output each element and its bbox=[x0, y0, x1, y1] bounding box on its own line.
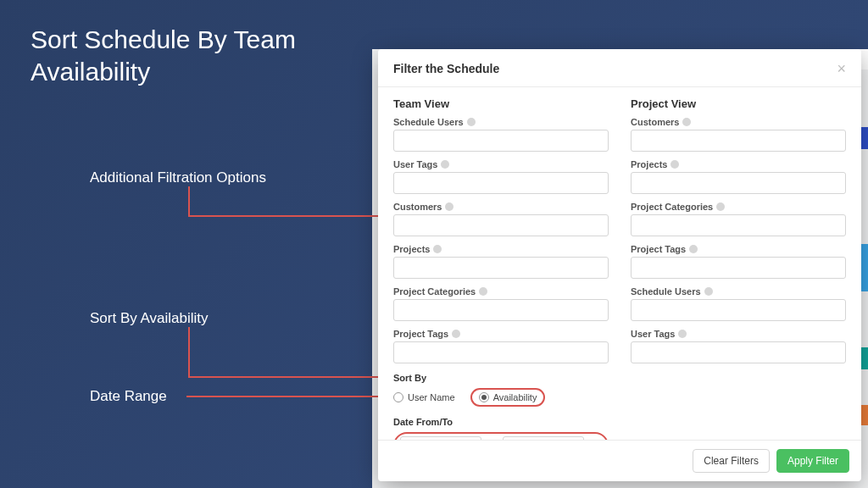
sort-by-label: Sort By bbox=[393, 373, 609, 383]
label-pv-user-tags: User Tags bbox=[631, 329, 675, 339]
project-categories-input[interactable] bbox=[393, 299, 609, 321]
annotation-circle-availability: Availability bbox=[470, 388, 546, 407]
schedule-users-input[interactable] bbox=[393, 130, 609, 152]
callout-date-range: Date Range bbox=[90, 388, 167, 405]
customers-input[interactable] bbox=[393, 214, 609, 236]
pv-schedule-users-input[interactable] bbox=[631, 299, 846, 321]
label-customers: Customers bbox=[393, 202, 442, 212]
label-pv-schedule-users: Schedule Users bbox=[631, 286, 701, 297]
pv-projects-input[interactable] bbox=[631, 172, 846, 194]
label-project-categories: Project Categories bbox=[393, 286, 476, 297]
annotation-line bbox=[186, 396, 392, 397]
callout-additional-filtration: Additional Filtration Options bbox=[90, 169, 266, 186]
team-view-column: Team View Schedule Users User Tags Custo… bbox=[393, 97, 609, 436]
radio-label-username: User Name bbox=[408, 392, 455, 402]
info-icon[interactable] bbox=[670, 160, 679, 169]
info-icon[interactable] bbox=[704, 287, 713, 296]
label-projects: Projects bbox=[393, 244, 430, 254]
info-icon[interactable] bbox=[682, 118, 691, 126]
field-user-tags: User Tags bbox=[393, 159, 609, 194]
field-project-categories: Project Categories bbox=[393, 286, 609, 321]
dialog-footer: Clear Filters Apply Filter bbox=[378, 440, 861, 481]
field-pv-schedule-users: Schedule Users bbox=[631, 286, 846, 321]
dialog-title: Filter the Schedule bbox=[393, 62, 499, 75]
info-icon[interactable] bbox=[467, 118, 476, 126]
label-schedule-users: Schedule Users bbox=[393, 117, 464, 127]
sort-by-username[interactable]: User Name bbox=[393, 392, 455, 402]
radio-icon bbox=[393, 392, 403, 402]
info-icon[interactable] bbox=[445, 202, 453, 211]
annotation-line bbox=[188, 327, 190, 378]
project-tags-input[interactable] bbox=[393, 341, 609, 363]
field-pv-project-categories: Project Categories bbox=[631, 202, 846, 236]
field-projects: Projects bbox=[393, 244, 609, 279]
annotation-circle-date-range: to bbox=[393, 432, 609, 440]
label-pv-customers: Customers bbox=[631, 117, 679, 127]
close-icon[interactable]: × bbox=[837, 61, 846, 76]
info-icon[interactable] bbox=[441, 160, 449, 169]
label-project-tags: Project Tags bbox=[393, 329, 448, 339]
field-pv-project-tags: Project Tags bbox=[631, 244, 846, 279]
bg-bar bbox=[860, 127, 868, 149]
field-customers: Customers bbox=[393, 202, 609, 236]
field-project-tags: Project Tags bbox=[393, 329, 609, 363]
pv-project-categories-input[interactable] bbox=[631, 214, 846, 236]
team-view-heading: Team View bbox=[393, 97, 609, 110]
bg-bar bbox=[860, 405, 868, 425]
clear-filters-button[interactable]: Clear Filters bbox=[693, 449, 770, 473]
info-icon[interactable] bbox=[452, 330, 460, 338]
pv-customers-input[interactable] bbox=[631, 130, 846, 152]
project-view-column: Project View Customers Projects Project … bbox=[631, 97, 846, 436]
info-icon[interactable] bbox=[433, 245, 442, 253]
sort-by-options: User Name Availability bbox=[393, 388, 609, 407]
annotation-line bbox=[188, 186, 190, 217]
apply-filter-button[interactable]: Apply Filter bbox=[776, 449, 849, 473]
date-from-to-label: Date From/To bbox=[393, 417, 609, 427]
field-schedule-users: Schedule Users bbox=[393, 117, 609, 152]
sort-by-availability[interactable]: Availability bbox=[479, 392, 537, 402]
project-view-heading: Project View bbox=[631, 97, 846, 110]
bg-bar bbox=[860, 347, 868, 369]
field-pv-projects: Projects bbox=[631, 159, 846, 194]
field-pv-user-tags: User Tags bbox=[631, 329, 846, 363]
label-pv-project-tags: Project Tags bbox=[631, 244, 686, 254]
dialog-header: Filter the Schedule × bbox=[378, 49, 861, 87]
pv-user-tags-input[interactable] bbox=[631, 341, 846, 363]
pv-project-tags-input[interactable] bbox=[631, 257, 846, 279]
slide-title: Sort Schedule By Team Availability bbox=[31, 24, 336, 87]
info-icon[interactable] bbox=[479, 287, 487, 296]
user-tags-input[interactable] bbox=[393, 172, 609, 194]
field-pv-customers: Customers bbox=[631, 117, 846, 152]
dialog-body: Team View Schedule Users User Tags Custo… bbox=[378, 87, 861, 440]
projects-input[interactable] bbox=[393, 257, 609, 279]
label-user-tags: User Tags bbox=[393, 159, 437, 169]
info-icon[interactable] bbox=[689, 245, 698, 253]
info-icon[interactable] bbox=[678, 330, 687, 338]
annotation-line bbox=[188, 215, 391, 217]
radio-icon bbox=[479, 392, 489, 402]
info-icon[interactable] bbox=[716, 202, 725, 211]
filter-schedule-dialog: Filter the Schedule × Team View Schedule… bbox=[378, 49, 861, 481]
radio-label-availability: Availability bbox=[493, 392, 537, 402]
bg-bar bbox=[860, 244, 868, 291]
callout-sort-by-availability: Sort By Availability bbox=[90, 310, 209, 327]
label-pv-projects: Projects bbox=[631, 159, 667, 169]
label-pv-project-categories: Project Categories bbox=[631, 202, 713, 212]
